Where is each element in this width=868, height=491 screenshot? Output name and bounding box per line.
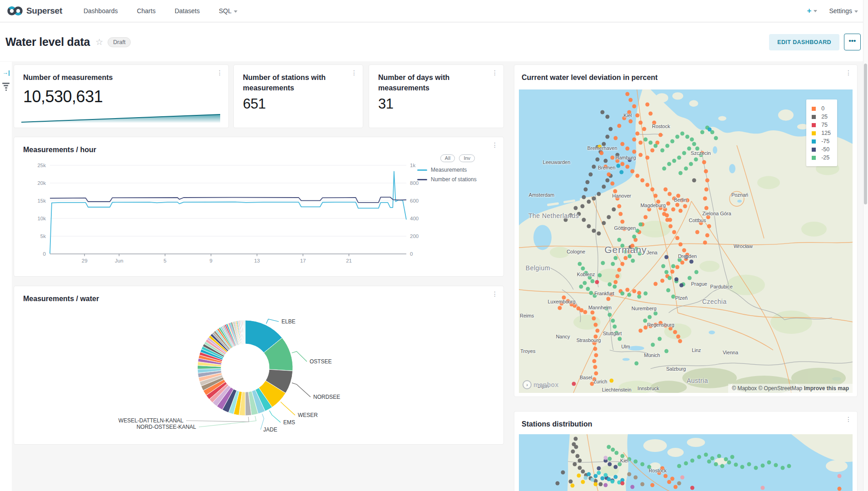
station-dot[interactable] bbox=[639, 223, 643, 227]
station-dot[interactable] bbox=[651, 343, 655, 347]
station-dot[interactable] bbox=[594, 322, 598, 327]
station-dot[interactable] bbox=[720, 464, 725, 468]
station-dot[interactable] bbox=[639, 153, 643, 157]
station-dot[interactable] bbox=[587, 472, 591, 476]
station-dot[interactable] bbox=[677, 464, 681, 468]
station-dot[interactable] bbox=[595, 157, 599, 161]
station-dot[interactable] bbox=[686, 134, 690, 139]
station-dot[interactable] bbox=[665, 213, 669, 218]
station-dot[interactable] bbox=[577, 466, 582, 470]
station-dot[interactable] bbox=[632, 104, 636, 108]
station-dot[interactable] bbox=[704, 169, 708, 174]
station-dot[interactable] bbox=[581, 480, 585, 484]
station-dot[interactable] bbox=[639, 121, 643, 125]
station-dot[interactable] bbox=[671, 139, 675, 143]
station-dot[interactable] bbox=[573, 437, 577, 441]
station-dot[interactable] bbox=[676, 236, 680, 240]
station-dot[interactable] bbox=[654, 144, 658, 148]
station-dot[interactable] bbox=[664, 270, 668, 274]
station-dot[interactable] bbox=[620, 481, 624, 486]
station-dot[interactable] bbox=[682, 151, 686, 155]
station-dot[interactable] bbox=[671, 264, 675, 268]
station-dot[interactable] bbox=[645, 156, 649, 160]
station-dot[interactable] bbox=[587, 200, 591, 204]
station-dot[interactable] bbox=[688, 276, 692, 280]
station-dot[interactable] bbox=[679, 209, 683, 213]
station-dot[interactable] bbox=[610, 379, 614, 383]
station-dot[interactable] bbox=[667, 480, 671, 484]
station-dot[interactable] bbox=[705, 206, 709, 210]
station-dot[interactable] bbox=[594, 371, 598, 375]
station-dot[interactable] bbox=[676, 265, 680, 269]
station-dot[interactable] bbox=[674, 277, 678, 281]
station-dot[interactable] bbox=[601, 261, 605, 265]
station-dot[interactable] bbox=[700, 130, 705, 134]
station-dot[interactable] bbox=[780, 466, 784, 470]
station-dot[interactable] bbox=[620, 291, 624, 295]
station-dot[interactable] bbox=[679, 283, 683, 287]
station-dot[interactable] bbox=[606, 297, 610, 301]
station-dot[interactable] bbox=[635, 113, 639, 117]
station-dot[interactable] bbox=[607, 215, 611, 219]
legend-item-measurements[interactable]: Measurements bbox=[417, 167, 498, 173]
station-dot[interactable] bbox=[572, 382, 576, 386]
station-dot[interactable] bbox=[607, 457, 612, 461]
station-dot[interactable] bbox=[625, 288, 629, 292]
station-dot[interactable] bbox=[612, 325, 616, 329]
station-dot[interactable] bbox=[558, 306, 562, 310]
station-dot[interactable] bbox=[604, 456, 608, 460]
station-dot[interactable] bbox=[614, 475, 618, 479]
station-dot[interactable] bbox=[639, 329, 643, 333]
station-dot[interactable] bbox=[690, 138, 694, 142]
station-dot[interactable] bbox=[604, 473, 608, 477]
superset-logo[interactable]: Superset bbox=[0, 6, 74, 16]
card-menu-icon[interactable]: ⋮ bbox=[217, 71, 222, 74]
station-dot[interactable] bbox=[634, 361, 638, 365]
station-dot[interactable] bbox=[594, 353, 598, 357]
station-dot[interactable] bbox=[645, 183, 649, 187]
station-dot[interactable] bbox=[637, 294, 641, 298]
station-dot[interactable] bbox=[592, 317, 596, 321]
station-dot[interactable] bbox=[645, 103, 649, 107]
station-dot[interactable] bbox=[632, 234, 636, 238]
station-dot[interactable] bbox=[610, 182, 614, 186]
station-dot[interactable] bbox=[620, 170, 624, 174]
station-dot[interactable] bbox=[697, 455, 701, 459]
station-dot[interactable] bbox=[747, 462, 751, 466]
station-dot[interactable] bbox=[605, 134, 609, 139]
station-dot[interactable] bbox=[654, 193, 658, 198]
station-dot[interactable] bbox=[632, 289, 636, 293]
station-dot[interactable] bbox=[668, 192, 672, 196]
nav-dashboards[interactable]: Dashboards bbox=[74, 7, 128, 15]
station-dot[interactable] bbox=[681, 476, 685, 480]
station-dot[interactable] bbox=[644, 138, 648, 142]
station-dot[interactable] bbox=[714, 136, 718, 140]
station-dot[interactable] bbox=[689, 259, 693, 263]
station-dot[interactable] bbox=[690, 486, 695, 490]
station-dot[interactable] bbox=[635, 131, 639, 135]
station-dot[interactable] bbox=[671, 207, 675, 211]
station-dot[interactable] bbox=[607, 445, 611, 449]
station-dot[interactable] bbox=[639, 140, 643, 144]
station-dot[interactable] bbox=[705, 233, 710, 237]
station-dot[interactable] bbox=[672, 230, 676, 234]
station-dot[interactable] bbox=[672, 159, 676, 163]
station-dot[interactable] bbox=[595, 329, 599, 333]
card-menu-icon[interactable]: ⋮ bbox=[492, 293, 497, 295]
station-dot[interactable] bbox=[593, 347, 597, 351]
station-dot[interactable] bbox=[632, 149, 636, 154]
stations-map[interactable]: KielRostock bbox=[519, 434, 853, 491]
station-dot[interactable] bbox=[704, 453, 708, 457]
station-dot[interactable] bbox=[740, 465, 745, 469]
station-dot[interactable] bbox=[620, 262, 624, 266]
station-dot[interactable] bbox=[574, 445, 578, 449]
station-dot[interactable] bbox=[617, 337, 621, 341]
station-dot[interactable] bbox=[644, 291, 648, 295]
station-dot[interactable] bbox=[610, 156, 614, 160]
station-dot[interactable] bbox=[586, 287, 590, 291]
station-dot[interactable] bbox=[684, 461, 688, 466]
station-dot[interactable] bbox=[730, 455, 735, 459]
card-menu-icon[interactable]: ⋮ bbox=[492, 71, 497, 74]
station-dot[interactable] bbox=[710, 456, 715, 461]
station-dot[interactable] bbox=[625, 165, 629, 169]
